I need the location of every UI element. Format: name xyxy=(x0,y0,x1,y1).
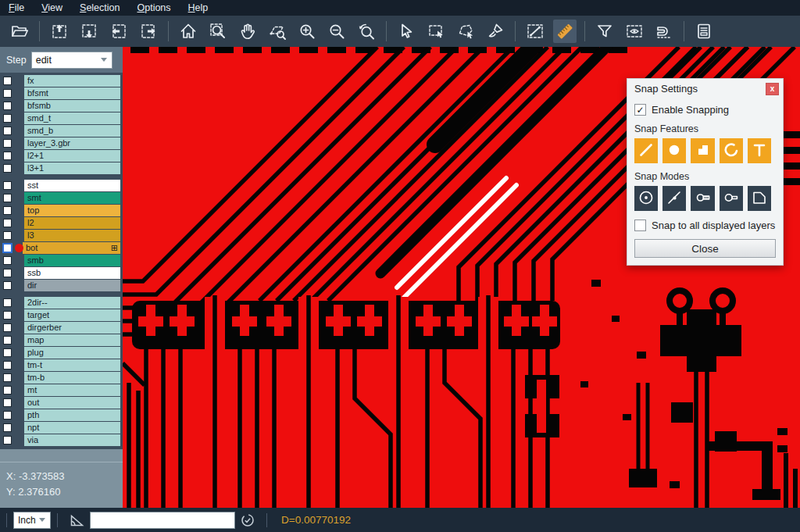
grid-icon[interactable]: ⊞ xyxy=(111,243,118,254)
menu-selection[interactable]: Selection xyxy=(71,1,128,15)
layer-checkbox[interactable] xyxy=(3,348,12,357)
layer-checkbox[interactable] xyxy=(3,281,12,290)
report-button[interactable] xyxy=(692,20,716,43)
highlight-view-button[interactable] xyxy=(623,20,646,43)
layer-label[interactable]: bfsmb xyxy=(24,100,120,112)
close-button[interactable]: Close xyxy=(634,239,776,258)
layer-checkbox[interactable] xyxy=(3,336,12,345)
layer-checkbox[interactable] xyxy=(3,411,12,420)
snap-contour-button[interactable] xyxy=(748,186,771,211)
close-icon[interactable]: x xyxy=(766,83,779,95)
filter-button[interactable] xyxy=(593,20,616,43)
layer-label[interactable]: l2+1 xyxy=(24,150,120,162)
layer-label[interactable]: plug xyxy=(24,347,120,359)
layer-checkbox[interactable] xyxy=(3,398,12,407)
layer-checkbox[interactable] xyxy=(3,89,12,98)
layer-label[interactable]: pth xyxy=(24,409,120,421)
layer-checkbox[interactable] xyxy=(3,114,12,123)
step-select[interactable]: edit xyxy=(31,52,112,69)
pan-left-button[interactable] xyxy=(107,20,130,43)
clean-button[interactable] xyxy=(484,20,507,43)
layer-checkbox[interactable] xyxy=(3,373,12,382)
layer-label[interactable]: map xyxy=(24,334,120,346)
layer-checkbox[interactable] xyxy=(3,139,12,148)
layer-checkbox[interactable] xyxy=(3,181,12,190)
menu-help[interactable]: Help xyxy=(180,1,217,15)
menu-view[interactable]: View xyxy=(33,1,71,15)
snap-end-filled-button[interactable] xyxy=(691,186,714,211)
pan-hand-button[interactable] xyxy=(236,20,259,43)
layer-label[interactable]: via xyxy=(24,434,120,446)
layer-label[interactable]: npt xyxy=(24,422,120,434)
zoom-in-button[interactable] xyxy=(295,20,319,43)
layer-checkbox[interactable] xyxy=(3,298,12,307)
layer-label[interactable]: dir xyxy=(24,280,120,291)
pan-up-button[interactable] xyxy=(48,20,71,43)
layer-label[interactable]: smb xyxy=(24,255,120,266)
layer-label[interactable]: smd_b xyxy=(24,125,120,137)
layer-checkbox[interactable] xyxy=(3,256,12,265)
snap-line-button[interactable] xyxy=(634,138,658,163)
layer-checkbox[interactable] xyxy=(3,194,12,202)
select-polygon-button[interactable] xyxy=(454,20,477,43)
layer-checkbox[interactable] xyxy=(3,127,12,135)
snap-all-layers-checkbox[interactable] xyxy=(634,220,646,231)
layer-checkbox[interactable] xyxy=(3,436,12,445)
layer-label[interactable]: l3+1 xyxy=(24,162,120,174)
select-button[interactable] xyxy=(395,20,418,43)
layer-checkbox[interactable] xyxy=(3,386,12,395)
layer-checkbox[interactable] xyxy=(3,361,12,370)
layer-label[interactable]: smd_t xyxy=(24,112,120,124)
zoom-drag-button[interactable] xyxy=(266,20,289,43)
snap-text-button[interactable] xyxy=(748,138,771,163)
layer-checkbox[interactable] xyxy=(3,77,12,85)
snap-surface-button[interactable] xyxy=(691,138,714,163)
layer-label[interactable]: bfsmt xyxy=(24,87,120,99)
snap-midpoint-button[interactable] xyxy=(662,186,686,211)
pan-down-button[interactable] xyxy=(77,20,101,43)
menu-file[interactable]: File xyxy=(0,1,33,15)
enable-snapping-checkbox[interactable]: ✓ xyxy=(634,104,646,116)
snap-magnet-button[interactable] xyxy=(652,20,676,43)
layer-label[interactable]: bot⊞ xyxy=(23,242,120,254)
pan-right-button[interactable] xyxy=(137,20,160,43)
layer-label[interactable]: sst xyxy=(24,180,120,191)
layer-label[interactable]: tm-t xyxy=(24,359,120,371)
layer-label[interactable]: smt xyxy=(24,192,120,204)
layer-label[interactable]: 2dir-- xyxy=(24,297,120,309)
layer-checkbox[interactable] xyxy=(3,164,12,173)
layer-label[interactable]: mt xyxy=(24,384,120,396)
snap-arc-button[interactable] xyxy=(720,138,743,163)
layer-checkbox[interactable] xyxy=(3,311,12,320)
layer-checkbox[interactable] xyxy=(3,269,12,277)
layer-label[interactable]: top xyxy=(24,205,120,216)
refresh-check-icon[interactable] xyxy=(241,513,255,527)
menu-options[interactable]: Options xyxy=(128,1,179,15)
layer-label[interactable]: out xyxy=(24,397,120,409)
layer-label[interactable]: tm-b xyxy=(24,372,120,384)
ruler-snap-button[interactable] xyxy=(553,20,577,43)
zoom-previous-button[interactable] xyxy=(355,20,378,43)
layer-checkbox[interactable] xyxy=(3,219,12,227)
open-button[interactable] xyxy=(8,20,31,43)
layer-label[interactable]: l3 xyxy=(24,230,120,241)
command-input[interactable] xyxy=(90,512,235,529)
layer-label[interactable]: l2 xyxy=(24,217,120,229)
layer-label[interactable]: ssb xyxy=(24,267,120,279)
unit-select[interactable]: Inch xyxy=(13,512,51,529)
layer-checkbox[interactable] xyxy=(2,243,12,253)
layer-checkbox[interactable] xyxy=(3,152,12,160)
layer-label[interactable]: fx xyxy=(24,75,120,87)
snap-pad-button[interactable] xyxy=(662,138,686,163)
select-rectangle-button[interactable] xyxy=(424,20,448,43)
zoom-home-button[interactable] xyxy=(177,20,200,43)
layer-checkbox[interactable] xyxy=(3,423,12,432)
layer-checkbox[interactable] xyxy=(3,102,12,110)
layer-label[interactable]: layer_3.gbr xyxy=(24,137,120,149)
layer-label[interactable]: dirgerber xyxy=(24,322,120,334)
layer-checkbox[interactable] xyxy=(3,231,12,240)
layer-checkbox[interactable] xyxy=(3,206,12,215)
zoom-window-button[interactable] xyxy=(206,20,230,43)
measure-button[interactable] xyxy=(523,20,547,43)
zoom-out-button[interactable] xyxy=(325,20,348,43)
